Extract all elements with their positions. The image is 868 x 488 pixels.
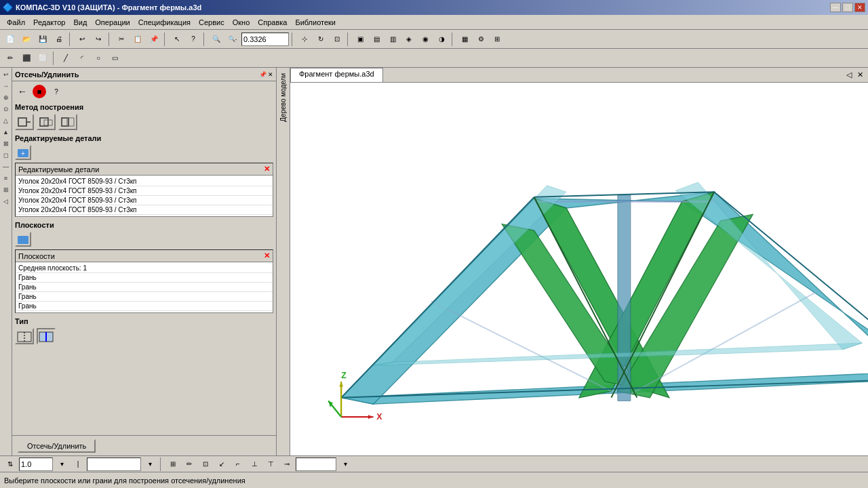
back-button[interactable]: ←: [15, 84, 30, 99]
properties[interactable]: ⚙: [473, 32, 488, 47]
pan-button[interactable]: ⊹: [297, 32, 312, 47]
menu-item-библиотеки[interactable]: Библиотеки: [291, 17, 340, 28]
view-3d[interactable]: ◉: [418, 32, 433, 47]
view-top[interactable]: ▤: [369, 32, 384, 47]
viewport[interactable]: Фрагмент фермы.a3d ◁ ✕: [290, 68, 868, 455]
method-btn-1[interactable]: [15, 114, 34, 130]
menu-item-файл[interactable]: Файл: [3, 17, 29, 28]
line-button[interactable]: ╱: [58, 51, 73, 66]
viewport-prev-button[interactable]: ◁: [844, 70, 854, 79]
details-list-close[interactable]: ✕: [264, 165, 270, 174]
select-all[interactable]: ▦: [457, 32, 472, 47]
sidebar-icon-9[interactable]: —: [1, 161, 12, 172]
view-front[interactable]: ▣: [353, 32, 368, 47]
select-button[interactable]: ↖: [170, 32, 184, 47]
bottom-dropdown-2[interactable]: ▾: [142, 457, 157, 472]
revolve-button[interactable]: ⬜: [35, 51, 50, 66]
zoom-out-button[interactable]: 🔍-: [225, 32, 240, 47]
viewport-close-button[interactable]: ✕: [855, 70, 865, 79]
plane-item-3[interactable]: Грань: [16, 292, 273, 302]
bottom-dropdown-3[interactable]: ▾: [338, 457, 353, 472]
shade-button[interactable]: ◑: [434, 32, 449, 47]
menu-item-справка[interactable]: Справка: [254, 17, 291, 28]
print-button[interactable]: 🖨: [52, 32, 66, 47]
bottom-icon-2[interactable]: |: [71, 457, 85, 472]
bottom-input-3[interactable]: [296, 458, 336, 471]
sidebar-icon-4[interactable]: ⊙: [1, 104, 12, 115]
bottom-icon-8[interactable]: ⊥: [247, 457, 262, 472]
sidebar-icon-3[interactable]: ⊕: [1, 92, 12, 103]
detail-item-2[interactable]: Уголок 20x20x4 ГОСТ 8509-93 / Ст3кп: [16, 196, 273, 205]
bottom-value-input[interactable]: [19, 458, 53, 471]
bottom-icon-7[interactable]: ⌐: [231, 457, 245, 472]
bottom-dropdown[interactable]: ▾: [54, 457, 69, 472]
redo-button[interactable]: ↪: [91, 32, 106, 47]
view-right[interactable]: ▥: [385, 32, 400, 47]
menu-item-редактор[interactable]: Редактор: [29, 17, 69, 28]
sketch-button[interactable]: ✏: [3, 51, 18, 66]
menu-item-сервис[interactable]: Сервис: [195, 17, 229, 28]
method-btn-2[interactable]: [37, 114, 56, 130]
menu-item-вид[interactable]: Вид: [69, 17, 91, 28]
bottom-icon-1[interactable]: ⇅: [3, 457, 18, 472]
undo-button[interactable]: ↩: [75, 32, 90, 47]
rotate-button[interactable]: ↻: [313, 32, 328, 47]
type-btn-1[interactable]: [15, 328, 34, 344]
circle-button[interactable]: ○: [91, 51, 106, 66]
bottom-icon-9[interactable]: ⊤: [263, 457, 278, 472]
save-button[interactable]: 💾: [35, 32, 50, 47]
detail-item-1[interactable]: Уголок 20x20x4 ГОСТ 8509-93 / Ст3кп: [16, 186, 273, 196]
planes-list-close[interactable]: ✕: [264, 251, 270, 260]
sidebar-icon-5[interactable]: △: [1, 115, 12, 126]
sidebar-icon-6[interactable]: ▲: [1, 127, 12, 138]
detail-item-3[interactable]: Уголок 20x20x4 ГОСТ 8509-93 / Ст3кп: [16, 205, 273, 215]
viewport-tab-item[interactable]: Фрагмент фермы.a3d: [290, 68, 383, 82]
new-button[interactable]: 📄: [3, 32, 18, 47]
sidebar-icon-8[interactable]: ◻: [1, 150, 12, 161]
extra1[interactable]: ⊞: [490, 32, 505, 47]
add-planes-button[interactable]: [15, 232, 31, 247]
fit-button[interactable]: ⊡: [330, 32, 344, 47]
panel-pin-button[interactable]: 📌: [259, 71, 267, 78]
sidebar-icon-1[interactable]: ↩: [1, 69, 12, 80]
view-iso[interactable]: ◈: [401, 32, 416, 47]
menu-item-операции[interactable]: Операции: [91, 17, 134, 28]
sidebar-icon-12[interactable]: ◁: [1, 196, 12, 207]
zoom-value-input[interactable]: [241, 33, 289, 46]
zoom-in-button[interactable]: 🔍: [209, 32, 224, 47]
help-panel-button[interactable]: ?: [49, 84, 64, 99]
bottom-icon-3[interactable]: ⊞: [165, 457, 180, 472]
sidebar-icon-7[interactable]: ⊠: [1, 138, 12, 149]
cut-button[interactable]: ✂: [114, 32, 129, 47]
bottom-icon-5[interactable]: ⊡: [198, 457, 213, 472]
help-button[interactable]: ?: [186, 32, 201, 47]
arc-button[interactable]: ◜: [75, 51, 90, 66]
bottom-icon-10[interactable]: ⊸: [279, 457, 294, 472]
plane-item-2[interactable]: Грань: [16, 283, 273, 292]
open-button[interactable]: 📂: [19, 32, 34, 47]
maximize-button[interactable]: □: [842, 3, 853, 12]
bottom-input-2[interactable]: [87, 458, 141, 471]
panel-close-button[interactable]: ✕: [268, 71, 273, 78]
menu-item-окно[interactable]: Окно: [229, 17, 254, 28]
rect-button[interactable]: ▭: [107, 51, 122, 66]
menu-item-спецификация[interactable]: Спецификация: [134, 17, 195, 28]
plane-item-1[interactable]: Грань: [16, 273, 273, 283]
minimize-button[interactable]: —: [830, 3, 841, 12]
type-btn-2[interactable]: [37, 328, 56, 344]
add-details-button[interactable]: +: [15, 145, 31, 160]
detail-item-0[interactable]: Уголок 20x20x4 ГОСТ 8509-93 / Ст3кп: [16, 177, 273, 186]
sidebar-icon-11[interactable]: ⊞: [1, 184, 12, 195]
bottom-icon-4[interactable]: ✏: [182, 457, 197, 472]
bottom-icon-6[interactable]: ↙: [214, 457, 229, 472]
plane-item-0[interactable]: Средняя плоскость: 1: [16, 264, 273, 273]
sidebar-icon-2[interactable]: →: [1, 81, 12, 92]
sidebar-icon-10[interactable]: ≡: [1, 173, 12, 184]
plane-item-4[interactable]: Грань: [16, 302, 273, 311]
copy-button[interactable]: 📋: [130, 32, 145, 47]
paste-button[interactable]: 📌: [146, 32, 161, 47]
close-button[interactable]: ✕: [854, 3, 865, 12]
extrude-button[interactable]: ⬛: [19, 51, 34, 66]
method-btn-3[interactable]: [58, 114, 77, 130]
apply-button[interactable]: Отсечь/Удлинить: [18, 439, 96, 453]
